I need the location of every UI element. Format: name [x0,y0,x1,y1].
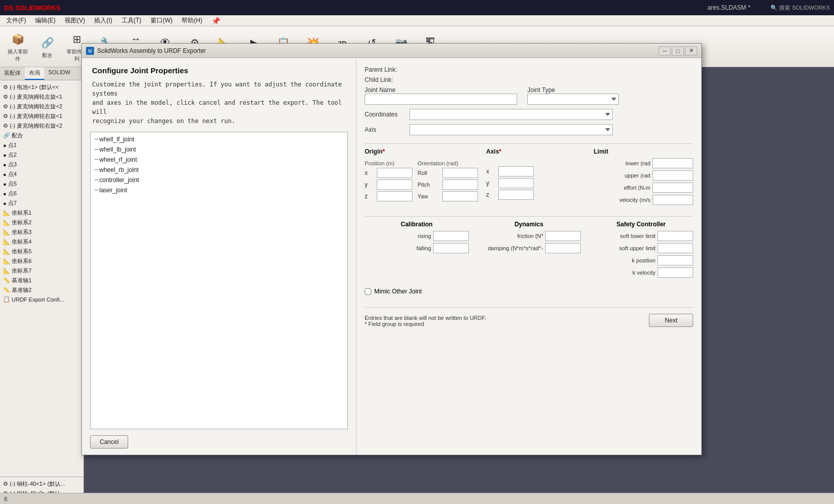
joint-item-wheel-rb[interactable]: ─ wheel_rb_joint [91,165,347,175]
falling-input[interactable] [433,243,469,253]
joint-item-wheel-rf[interactable]: ─ wheel_rf_joint [91,155,347,165]
footer-notes: Entries that are blank will not be writt… [365,315,486,327]
axis-x-input[interactable] [498,166,534,176]
menu-view[interactable]: 视图(V) [61,15,89,26]
tree-item-urdf[interactable]: 📋URDF Export Confi... [1,295,82,304]
limit-title: Limit [594,148,694,155]
cancel-button[interactable]: Cancel [90,435,128,449]
axis-y-input[interactable] [498,178,534,188]
ribbon-mate[interactable]: 🔗 配合 [34,29,61,64]
tree-item-battery1[interactable]: ⚙(-) 电池<1> (默认<< [1,82,82,92]
menu-file[interactable]: 文件(F) [2,15,30,26]
soft-lower-input[interactable] [658,231,693,241]
axis-icon: 📏 [3,277,10,284]
joint-name-input[interactable] [365,94,517,105]
upper-input[interactable] [652,170,693,181]
rising-input[interactable] [433,231,469,241]
damping-input[interactable] [545,243,581,253]
menu-edit[interactable]: 编辑(E) [31,15,59,26]
axis-x-row: x [486,166,586,176]
k-position-input[interactable] [658,255,693,265]
tree-item-point4[interactable]: ●点4 [1,169,82,179]
menu-tools[interactable]: 工具(T) [117,15,145,26]
tree-item-csys6[interactable]: 📐坐标系6 [1,256,82,266]
menu-insert[interactable]: 插入(I) [90,15,116,26]
pitch-label: Pitch [418,182,440,188]
origin-group: Origin* Position (m) x y [365,148,478,207]
tree-item-csys4[interactable]: 📐坐标系4 [1,237,82,247]
friction-row: friction (N* [477,231,581,241]
soft-upper-input[interactable] [658,243,693,253]
tree-item-csys3[interactable]: 📐坐标系3 [1,227,82,237]
tab-solidw[interactable]: SOLIDW [44,67,74,80]
mimic-label[interactable]: Mimic Other Joint [374,288,422,295]
origin-z-input[interactable] [377,191,412,201]
tree-item-mecanum3[interactable]: ⚙(-) 麦克纳姆轮右旋<1 [1,111,82,121]
tree-item-point3[interactable]: ●点3 [1,160,82,169]
tree-connector: ─ [95,176,98,184]
axis-z-label: z [486,191,496,198]
tab-layout[interactable]: 布局 [25,67,44,80]
yaw-input[interactable] [442,191,478,201]
origin-x-input[interactable] [377,168,412,178]
tree-item-csys7[interactable]: 📐坐标系7 [1,266,82,276]
axis-y-row: y [486,178,586,188]
axis-y-label: y [486,180,496,187]
dialog-close-button[interactable]: ✕ [685,46,697,55]
dynamics-group: Dynamics friction (N* damping (N*m*s*rad… [477,221,581,280]
mate-icon: 🔗 [39,35,55,51]
tree-item-point6[interactable]: ●点6 [1,189,82,198]
tree-connector: ─ [95,187,98,194]
menu-pin[interactable]: 📌 [212,17,220,25]
tree-item-csys5[interactable]: 📐坐标系5 [1,247,82,256]
friction-input[interactable] [545,231,581,241]
joint-item-whell-lf[interactable]: ─ whell_lf_joint [91,134,347,144]
sw-logo: DS SOLIDWORKS [4,4,61,12]
dialog-titlebar: U SolidWorks Assembly to URDF Exporter ─… [82,44,701,58]
tree-item-post1[interactable]: ⚙(-) 铜柱-40<1> (默认... [1,479,82,489]
tree-item-point2[interactable]: ●点2 [1,150,82,160]
tree-item-mecanum1[interactable]: ⚙(-) 麦克纳姆轮左旋<1 [1,92,82,102]
tree-item-axis1[interactable]: 📏基准轴1 [1,276,82,285]
coordinates-select[interactable] [409,109,613,120]
tree-item-csys1[interactable]: 📐坐标系1 [1,208,82,218]
pitch-input[interactable] [442,180,478,190]
tree-item-axis2[interactable]: 📏基准轴2 [1,285,82,295]
tree-item-mecanum4[interactable]: ⚙(-) 麦克纳姆轮右旋<2 [1,121,82,131]
tree-item-point5[interactable]: ●点5 [1,179,82,189]
joint-item-laser[interactable]: ─ laser_joint [91,185,347,195]
tree-item-csys2[interactable]: 📐坐标系2 [1,218,82,227]
dialog-icon: U [86,47,94,55]
mimic-checkbox[interactable] [365,288,371,295]
dialog-maximize-button[interactable]: □ [672,46,684,55]
effort-input[interactable] [652,183,693,193]
tree-item-mate[interactable]: 🔗配合 [1,131,82,140]
origin-y-input[interactable] [377,180,412,190]
tree-item-point7[interactable]: ●点7 [1,198,82,208]
axis-select[interactable] [409,124,613,135]
axis-z-input[interactable] [498,190,534,200]
menubar: 文件(F) 编辑(E) 视图(V) 插入(I) 工具(T) 窗口(W) 帮助(H… [0,15,834,26]
joint-item-label: whell_lf_joint [99,136,134,143]
tab-assembly[interactable]: 装配体 [0,67,25,80]
roll-input[interactable] [442,168,478,178]
tree-item-point1[interactable]: ●点1 [1,140,82,150]
coordinates-row: Coordinates [365,109,693,120]
dialog-minimize-button[interactable]: ─ [659,46,671,55]
joint-type-select[interactable]: fixed revolute prismatic continuous floa… [527,94,619,105]
tree-item-mecanum2[interactable]: ⚙(-) 麦克纳姆轮左旋<2 [1,102,82,111]
velocity-input[interactable] [652,195,693,205]
menu-window[interactable]: 窗口(W) [146,15,176,26]
k-velocity-input[interactable] [658,268,693,278]
ribbon-insert-part[interactable]: 📦 插入零部件 [4,29,32,64]
dialog-footer-right: Entries that are blank will not be writt… [365,299,693,327]
joint-item-controller[interactable]: ─ controller_joint [91,175,347,185]
next-button[interactable]: Next [649,314,693,327]
app-title: ares.SLDASM * [707,4,750,11]
roll-label: Roll [418,170,440,176]
menu-help[interactable]: 帮助(H) [177,15,206,26]
velocity-label: velocity (m/s [619,197,650,203]
joint-item-whell-lb[interactable]: ─ whell_lb_joint [91,144,347,155]
origin-required: * [382,148,385,155]
lower-input[interactable] [652,158,693,168]
